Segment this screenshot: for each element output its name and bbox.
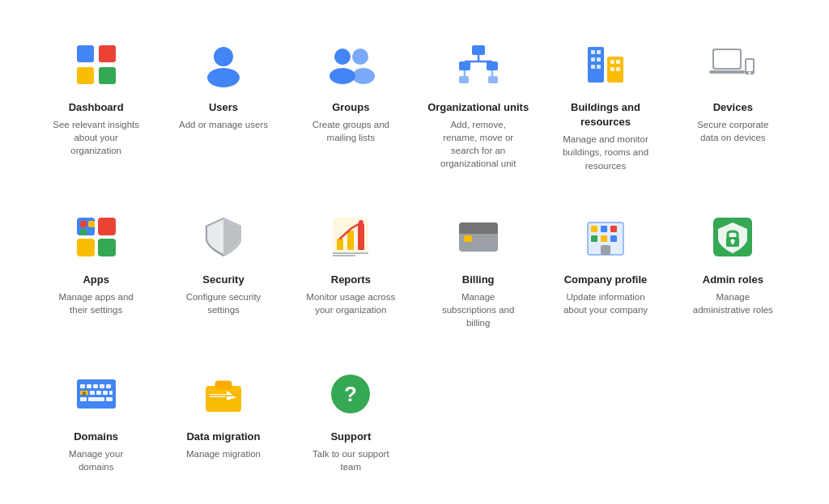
grid-item-company[interactable]: Company profile Update information about… [542,192,669,349]
grid-item-admin-roles[interactable]: Admin roles Manage administrative roles [670,192,797,349]
grid-item-groups[interactable]: Groups Create groups and mailing lists [287,19,414,192]
org-desc: Add, remove, rename, move or search for … [434,118,523,170]
svg-rect-29 [610,67,614,71]
svg-rect-82 [109,391,113,395]
svg-rect-57 [464,235,472,242]
support-title: Support [330,430,371,444]
groups-desc: Create groups and mailing lists [306,118,395,144]
dashboard-desc: See relevant insights about your organiz… [52,118,141,157]
grid-item-support[interactable]: ? Support Talk to our support team [287,349,414,493]
migration-title: Data migration [186,430,260,444]
svg-rect-16 [488,76,498,83]
svg-rect-32 [714,50,740,68]
support-icon: ? [325,368,376,420]
svg-point-4 [214,47,233,66]
svg-rect-28 [616,60,620,64]
svg-point-6 [334,49,351,65]
domains-desc: Manage your domains [52,447,141,473]
svg-rect-0 [77,45,94,62]
svg-rect-44 [88,229,95,235]
buildings-icon [580,39,631,91]
apps-desc: Manage apps and their settings [52,290,141,316]
svg-rect-20 [607,57,623,83]
svg-rect-23 [591,57,595,61]
admin-title: Admin roles [703,273,763,287]
company-desc: Update information about your company [561,290,650,316]
grid-item-security[interactable]: Security Configure security settings [159,192,287,349]
company-title: Company profile [564,273,648,287]
devices-desc: Secure corporate data on devices [688,118,777,144]
svg-rect-73 [87,384,91,388]
admin-desc: Manage administrative roles [688,290,777,316]
svg-rect-11 [459,61,470,70]
svg-rect-81 [103,391,108,395]
svg-rect-85 [106,397,113,401]
svg-rect-60 [591,226,597,232]
reports-title: Reports [331,273,371,287]
svg-text:?: ? [344,382,357,406]
domains-icon: @ [70,368,122,420]
svg-rect-41 [80,221,87,227]
billing-title: Billing [462,273,495,287]
reports-icon [325,211,376,263]
svg-rect-40 [98,239,116,256]
groups-icon [325,39,376,91]
dashboard-title: Dashboard [69,100,124,115]
svg-rect-76 [106,384,111,388]
grid-item-dashboard[interactable]: Dashboard See relevant insights about yo… [32,19,159,192]
svg-rect-48 [358,224,364,250]
svg-rect-87 [215,381,232,389]
svg-rect-64 [601,235,607,242]
svg-rect-24 [597,57,601,61]
svg-rect-62 [610,226,617,232]
grid-item-users[interactable]: Users Add or manage users [159,19,287,192]
svg-rect-3 [99,67,116,84]
svg-point-49 [359,220,363,225]
org-title: Organizational units [427,100,529,115]
svg-rect-70 [732,241,734,244]
empty-cell-1 [414,349,542,493]
svg-rect-27 [610,60,614,64]
svg-rect-54 [459,229,498,234]
groups-title: Groups [332,100,369,115]
svg-rect-1 [99,45,116,62]
grid-item-org[interactable]: Organizational units Add, remove, rename… [414,19,542,192]
grid-item-buildings[interactable]: Buildings and resources Manage and monit… [542,19,669,192]
svg-point-9 [352,68,375,84]
grid-item-migration[interactable]: Data migration Manage migration [159,349,287,493]
svg-rect-26 [597,65,601,69]
svg-rect-43 [80,229,87,235]
apps-icon [70,211,122,263]
svg-rect-79 [90,391,95,395]
svg-rect-30 [616,67,620,71]
svg-rect-39 [77,239,95,256]
svg-rect-35 [746,60,753,71]
svg-rect-47 [347,231,354,250]
grid-item-apps[interactable]: Apps Manage apps and their settings [32,192,159,349]
svg-rect-46 [337,239,343,250]
grid-item-devices[interactable]: Devices Secure corporate data on devices [670,19,797,192]
devices-icon [707,39,759,91]
svg-rect-83 [80,397,87,401]
users-desc: Add or manage users [179,118,268,131]
migration-desc: Manage migration [186,447,261,460]
company-icon [580,211,631,263]
billing-desc: Manage subscriptions and billing [434,290,523,329]
buildings-desc: Manage and monitor buildings, rooms and … [561,133,650,172]
grid-item-domains[interactable]: @ Domains Manage your domains [32,349,159,493]
svg-point-5 [207,68,240,87]
reports-desc: Monitor usage across your organization [306,290,395,316]
empty-cell-2 [542,349,669,493]
devices-title: Devices [713,100,753,115]
security-icon [198,211,249,263]
svg-rect-80 [96,391,101,395]
svg-rect-65 [610,235,617,242]
svg-rect-74 [93,384,98,388]
grid-item-reports[interactable]: Reports Monitor usage across your organi… [287,192,414,349]
dashboard-icon [70,39,122,91]
grid-item-billing[interactable]: Billing Manage subscriptions and billing [414,192,542,349]
svg-rect-72 [80,384,85,388]
security-title: Security [202,273,244,287]
svg-point-36 [749,72,751,74]
svg-rect-21 [591,50,595,54]
